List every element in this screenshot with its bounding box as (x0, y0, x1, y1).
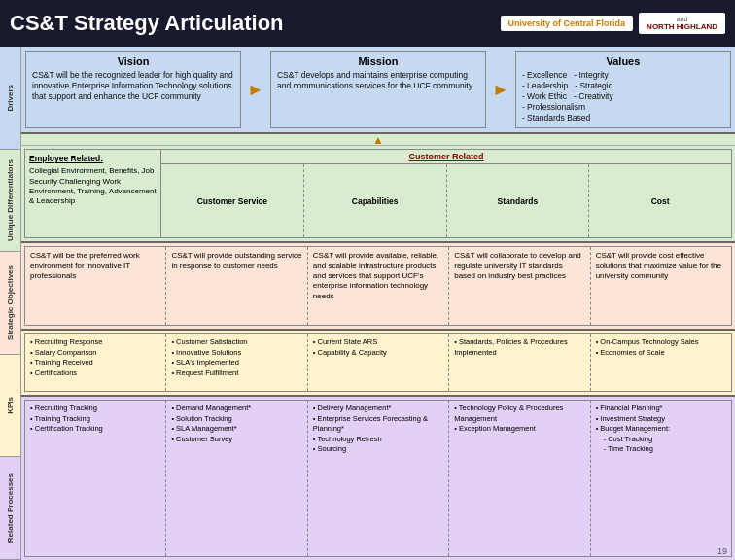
obj-cell-5: CS&T will provide cost effective solutio… (591, 247, 731, 325)
differentiators-label: Unique Differentiators (0, 150, 20, 253)
rel-2-1: • Demand Management* (171, 403, 301, 414)
related-cell-4: • Technology Policy & Procedures Managem… (449, 401, 590, 556)
arrow-up-row: ▲ (21, 134, 735, 146)
logos: University of Central Florida and NORTH … (501, 13, 725, 34)
kpi-inner: • Recruiting Response • Salary Compariso… (24, 333, 732, 392)
ucf-name: University of Central Florida (508, 18, 626, 29)
kpi-2-1: • Customer Satisfaction (171, 337, 301, 348)
rel-3-4: • Sourcing (313, 444, 443, 455)
vision-box: Vision CS&T will be the recognized leade… (25, 51, 241, 128)
rel-1-2: • Training Tracking (30, 414, 160, 425)
related-cell-5: • Financial Planning* • Investment Strat… (591, 401, 731, 556)
kpi-5-2: • Economies of Scale (596, 348, 726, 359)
differentiators-row: Employee Related: Collegial Environment,… (21, 146, 735, 243)
rel-2-4: • Customer Survey (171, 435, 301, 445)
rel-5-2: • Investment Strategy (596, 414, 726, 425)
mission-body: CS&T develops and maintains enterprise c… (277, 70, 479, 91)
rel-4-1: • Technology Policy & Procedures Managem… (454, 403, 584, 424)
nh-name: NORTH HIGHLAND (647, 22, 718, 31)
main-content: Drivers Unique Differentiators Strategic… (0, 47, 735, 560)
drivers-row: Vision CS&T will be the recognized leade… (21, 47, 735, 134)
employee-related-body: Collegial Environment, Benefits, Job Sec… (29, 166, 157, 207)
vision-title: Vision (32, 55, 234, 67)
related-cell-1: • Recruiting Tracking • Training Trackin… (25, 401, 166, 556)
related-inner: • Recruiting Tracking • Training Trackin… (24, 400, 732, 557)
customer-related-area: Customer Related Customer Service Capabi… (161, 150, 731, 237)
kpi-cell-5: • On-Campus Technology Sales • Economies… (591, 334, 731, 391)
rel-3-3: • Technology Refresh (313, 435, 443, 445)
rel-3-1: • Delivery Management* (313, 403, 443, 414)
arrow-right-1: ► (245, 51, 266, 128)
page-number: 19 (718, 546, 727, 556)
kpi-2-4: • Request Fulfillment (171, 368, 301, 379)
kpi-cell-3: • Current State ARS • Capability & Capac… (308, 334, 449, 391)
page-title: CS&T Strategy Articulation (10, 11, 501, 36)
rel-5-3: • Budget Management: (596, 424, 726, 435)
mission-box: Mission CS&T develops and maintains ente… (270, 51, 486, 128)
rel-2-3: • SLA Management* (171, 424, 301, 435)
obj-cell-1: CS&T will be the preferred work environm… (25, 247, 166, 325)
values-body: - Excellence - Integrity - Leadership - … (522, 70, 724, 123)
kpi-1-3: • Training Received (30, 358, 160, 368)
kpi-3-2: • Capability & Capacity (313, 348, 443, 359)
kpis-label: KPIs (0, 355, 20, 458)
diff-col-cost: Cost (589, 164, 731, 237)
kpi-4-1: • Standards, Policies & Procedures Imple… (454, 337, 584, 358)
kpi-1-1: • Recruiting Response (30, 337, 160, 348)
values-title: Values (522, 55, 724, 67)
rel-5-4: - Cost Tracking (604, 435, 726, 445)
employee-related-cell: Employee Related: Collegial Environment,… (25, 150, 161, 237)
rel-4-2: • Exception Management (454, 424, 584, 435)
rel-3-2: • Enterprise Services Forecasting & Plan… (313, 414, 443, 435)
arrow-up-icon: ▲ (372, 133, 384, 147)
rel-5-1: • Financial Planning* (596, 403, 726, 414)
diff-col-std: Standards (447, 164, 590, 237)
obj-cell-2: CS&T will provide outstanding service in… (166, 247, 307, 325)
rel-2-2: • Solution Tracking (171, 414, 301, 425)
related-label: Related Processes (0, 457, 20, 560)
rel-5-5: - Time Tracking (604, 444, 726, 455)
header: CS&T Strategy Articulation University of… (0, 0, 735, 47)
obj-cell-4: CS&T will collaborate to develop and reg… (449, 247, 590, 325)
diff-inner: Employee Related: Collegial Environment,… (24, 149, 732, 238)
labels-column: Drivers Unique Differentiators Strategic… (0, 47, 21, 560)
values-item-2: - Leadership - Strategic (522, 81, 724, 91)
diff-col-cap: Capabilities (304, 164, 447, 237)
values-item-4: - Professionalism (522, 102, 724, 113)
kpi-5-1: • On-Campus Technology Sales (596, 337, 726, 348)
obj-inner: CS&T will be the preferred work environm… (24, 246, 732, 326)
kpi-cell-4: • Standards, Policies & Procedures Imple… (449, 334, 590, 391)
obj-cell-3: CS&T will provide available, reliable, a… (308, 247, 449, 325)
kpi-2-2: • Innovative Solutions (171, 348, 301, 359)
related-cell-3: • Delivery Management* • Enterprise Serv… (308, 401, 449, 556)
ucf-logo: University of Central Florida (501, 16, 634, 32)
rel-1-3: • Certification Tracking (30, 424, 160, 435)
diff-layout: Employee Related: Collegial Environment,… (25, 150, 731, 237)
arrow-right-2: ► (490, 51, 511, 128)
objectives-row: CS&T will be the preferred work environm… (21, 243, 735, 331)
objectives-label: Strategic Objectives (0, 252, 20, 355)
nh-logo: and NORTH HIGHLAND (639, 13, 725, 34)
customer-related-label: Customer Related (161, 150, 731, 164)
values-item-1: - Excellence - Integrity (522, 70, 724, 81)
rel-1-1: • Recruiting Tracking (30, 403, 160, 414)
related-row: • Recruiting Tracking • Training Trackin… (21, 397, 735, 560)
nh-and: and (677, 16, 688, 22)
kpi-3-1: • Current State ARS (313, 337, 443, 348)
diff-columns: Customer Service Capabilities Standards … (161, 164, 731, 237)
values-box: Values - Excellence - Integrity - Leader… (515, 51, 731, 128)
mission-title: Mission (277, 55, 479, 67)
values-item-5: - Standards Based (522, 113, 724, 123)
related-cell-2: • Demand Management* • Solution Tracking… (166, 401, 307, 556)
kpi-cell-1: • Recruiting Response • Salary Compariso… (25, 334, 166, 391)
drivers-label: Drivers (0, 47, 20, 150)
kpis-row: • Recruiting Response • Salary Compariso… (21, 331, 735, 397)
kpi-2-3: • SLA's Implemented (171, 358, 301, 368)
diff-col-cs: Customer Service (161, 164, 304, 237)
employee-related-title: Employee Related: (29, 154, 157, 164)
vision-body: CS&T will be the recognized leader for h… (32, 70, 234, 102)
kpi-cell-2: • Customer Satisfaction • Innovative Sol… (166, 334, 307, 391)
values-item-3: - Work Ethic - Creativity (522, 91, 724, 102)
content-area: Vision CS&T will be the recognized leade… (21, 47, 735, 560)
kpi-1-4: • Certifications (30, 368, 160, 379)
